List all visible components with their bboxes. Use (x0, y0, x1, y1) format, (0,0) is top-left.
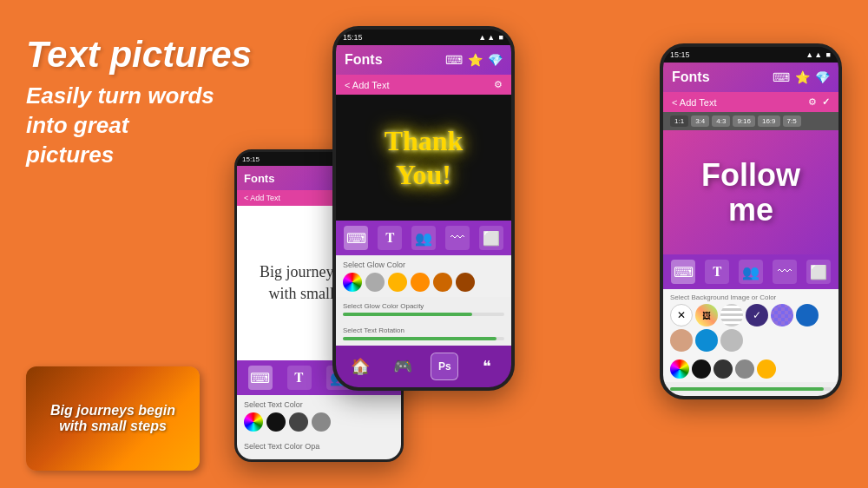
keyboard-icon-center[interactable]: ⌨ (445, 53, 463, 67)
phone-left-title: Fonts (244, 172, 274, 185)
star-icon-center: ⭐ (468, 53, 483, 67)
color-circles-left (244, 412, 394, 432)
bottom-black[interactable] (692, 359, 711, 379)
bottom-gray[interactable] (735, 359, 754, 379)
status-bar-right: 15:15 ▲▲ ■ (663, 47, 838, 63)
thank-you-display: Thank You! (376, 115, 472, 200)
status-bar-center: 15:15 ▲▲ ■ (336, 30, 511, 45)
dark-gray-circle[interactable] (289, 412, 308, 432)
bottom-amber[interactable] (757, 359, 776, 379)
box-toolbar-center[interactable]: ⬜ (479, 226, 503, 250)
rotation-slider[interactable] (343, 337, 504, 340)
phone-right-header: Fonts ⌨ ⭐ 💎 (663, 63, 838, 92)
phone-center-title: Fonts (345, 52, 383, 68)
toolbar-center: ⌨ 𝐓 👥 〰 ⬜ (336, 221, 511, 255)
keyboard-toolbar-center[interactable]: ⌨ (344, 226, 368, 250)
bg-image-circle[interactable]: 🖼 (695, 304, 718, 326)
settings-icon-center[interactable]: ⚙ (494, 79, 503, 90)
aspect-ratio-bar: 1:1 3:4 4:3 9:16 16:9 7:5 (663, 112, 838, 130)
text-toolbar-right[interactable]: 𝐓 (705, 260, 729, 284)
options-left-2: Select Text Color Opa (237, 437, 401, 459)
canvas-right: Follow me (663, 130, 838, 254)
back-button-right[interactable]: < Add Text (672, 97, 716, 108)
text-color-label: Select Text Color (244, 400, 394, 409)
glow-amber[interactable] (388, 273, 407, 292)
hero-subtitle: Easily turn words into great pictures (26, 82, 252, 169)
bg-label: Select Background Image or Color (670, 293, 832, 301)
aspect-3-4[interactable]: 3:4 (691, 115, 709, 127)
text-opacity-label: Select Text Color Opa (244, 442, 394, 451)
glow-options: Select Glow Color (336, 255, 511, 297)
text-toolbar-icon[interactable]: 𝐓 (287, 366, 312, 390)
keyboard-toolbar-right[interactable]: ⌨ (671, 260, 695, 284)
aspect-16-9[interactable]: 16:9 (758, 115, 780, 127)
bottom-dark-gray[interactable] (713, 359, 733, 379)
keyboard-toolbar-icon[interactable]: ⌨ (248, 366, 273, 390)
gem-icon-center: 💎 (488, 53, 503, 67)
bottom-slider-row (663, 382, 838, 396)
settings-icon-right[interactable]: ⚙ (808, 96, 817, 108)
people-toolbar-center[interactable]: 👥 (411, 226, 436, 250)
sunset-card: Big journeys begin with small steps (26, 366, 200, 471)
people-toolbar-right[interactable]: 👥 (739, 260, 763, 284)
glow-opacity-slider[interactable] (343, 313, 504, 316)
glow-gray[interactable] (365, 273, 385, 292)
back-button-left[interactable]: < Add Text (244, 194, 280, 202)
glow-brown[interactable] (456, 273, 475, 292)
keyboard-icon-right[interactable]: ⌨ (773, 70, 790, 84)
bg-color-circles: ✕ 🖼 ✓ (670, 304, 832, 352)
text-toolbar-center[interactable]: 𝐓 (378, 226, 402, 250)
star-icon-right: ⭐ (795, 70, 810, 84)
bottom-color-circles (670, 359, 832, 379)
rotation-row: Select Text Rotation (336, 321, 511, 346)
back-button-center[interactable]: < Add Text (345, 80, 389, 90)
phone-center: 15:15 ▲▲ ■ Fonts ⌨ ⭐ 💎 < Add Text ⚙ Than… (332, 26, 515, 391)
phone-right-subheader: < Add Text ⚙ ✓ (663, 92, 838, 112)
wave-toolbar-center[interactable]: 〰 (445, 226, 470, 250)
check-icon-right[interactable]: ✓ (822, 96, 830, 108)
bg-skin-circle[interactable] (670, 329, 693, 352)
phone-right-title: Fonts (672, 69, 710, 85)
bg-check-circle[interactable] (771, 304, 793, 326)
bg-striped-circle[interactable] (720, 304, 743, 326)
hero-section: Text pictures Easily turn words into gre… (26, 35, 252, 170)
bottom-nav-center: 🏠 🎮 Ps ❝ (336, 346, 511, 387)
phone-center-header: Fonts ⌨ ⭐ 💎 (336, 45, 511, 75)
aspect-4-3[interactable]: 4:3 (712, 115, 730, 127)
gray-circle[interactable] (312, 412, 331, 432)
game-nav-icon[interactable]: 🎮 (389, 353, 417, 380)
bottom-rainbow[interactable] (670, 359, 689, 379)
wave-toolbar-right[interactable]: 〰 (773, 260, 797, 284)
aspect-9-16[interactable]: 9:16 (733, 115, 755, 127)
phone-right: 15:15 ▲▲ ■ Fonts ⌨ ⭐ 💎 < Add Text ⚙ ✓ 1:… (660, 43, 842, 399)
ps-nav-icon[interactable]: Ps (431, 353, 458, 380)
follow-me-display: Follow me (701, 158, 800, 227)
toolbar-right: ⌨ 𝐓 👥 〰 ⬜ (663, 254, 838, 289)
bg-remove-circle[interactable]: ✕ (670, 304, 693, 326)
bg-light-gray-circle[interactable] (720, 329, 743, 352)
aspect-1-1[interactable]: 1:1 (670, 115, 688, 127)
quote-nav-icon[interactable]: ❝ (473, 353, 501, 380)
glow-opacity-row: Select Glow Color Opacity (336, 297, 511, 321)
bg-options: Select Background Image or Color ✕ 🖼 ✓ (663, 289, 838, 356)
aspect-7-5[interactable]: 7:5 (783, 115, 801, 127)
bottom-slider[interactable] (670, 387, 832, 391)
black-circle[interactable] (266, 412, 286, 432)
rainbow-circle[interactable] (244, 412, 263, 432)
sunset-card-text: Big journeys begin with small steps (26, 394, 200, 443)
glow-orange[interactable] (411, 273, 430, 292)
bg-cyan-circle[interactable] (695, 329, 718, 352)
home-nav-icon[interactable]: 🏠 (346, 353, 374, 380)
rotation-label: Select Text Rotation (343, 326, 504, 334)
canvas-center: Thank You! (336, 95, 511, 221)
glow-opacity-label: Select Glow Color Opacity (343, 302, 504, 310)
options-left: Select Text Color (237, 395, 401, 437)
glow-color-circles (343, 273, 504, 292)
bg-blue-circle[interactable] (796, 304, 819, 326)
box-toolbar-right[interactable]: ⬜ (806, 260, 831, 284)
glow-color-label: Select Glow Color (343, 260, 504, 269)
bg-purple-circle[interactable]: ✓ (746, 304, 768, 326)
right-color-row (663, 356, 838, 382)
glow-rainbow[interactable] (343, 273, 362, 292)
glow-dark-orange[interactable] (433, 273, 452, 292)
